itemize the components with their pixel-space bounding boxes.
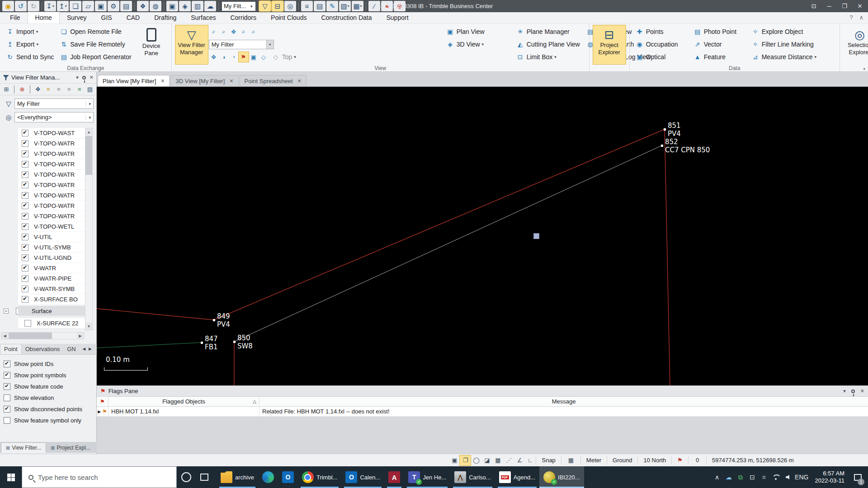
zoom-extents-icon[interactable]: ✥ — [229, 27, 239, 37]
flagged-objects-header[interactable]: Flagged Objects △ — [108, 397, 259, 406]
combo-dropdown-icon[interactable]: ▾ — [267, 40, 274, 49]
layer-row[interactable]: V-WATR-SYMB — [18, 284, 85, 294]
survey-point-852[interactable] — [661, 145, 663, 147]
ribbon-button[interactable]: ✧Filter Line Marking — [748, 38, 837, 51]
layer-checkbox[interactable] — [22, 254, 28, 261]
ribbon-button[interactable]: ↻Send to Sync — [3, 51, 57, 63]
export-icon[interactable]: ↥ — [57, 1, 69, 11]
document-tab[interactable]: Point Spreadsheet✕ — [240, 75, 307, 86]
filter-report-icon[interactable]: ▤ — [85, 84, 94, 94]
unit-indicator[interactable]: Meter — [580, 456, 607, 465]
panel-tab[interactable]: ⊞View Filter... — [1, 442, 46, 453]
close-icon[interactable]: ✕ — [854, 1, 866, 11]
option-checkbox[interactable] — [4, 394, 10, 401]
panel-close-icon[interactable]: ✕ — [90, 75, 94, 80]
cortana-button[interactable] — [177, 466, 196, 488]
ribbon-button[interactable]: ▤Photo Point — [690, 25, 748, 38]
import-icon[interactable]: ↧ — [44, 1, 56, 11]
project-explorer-button[interactable]: ⊟ Project Explorer — [593, 25, 626, 64]
layer-row[interactable]: V-WATR-PIPE — [18, 273, 85, 284]
print-icon[interactable]: ▦ — [352, 1, 363, 11]
filter-select[interactable]: My Filter — [14, 99, 94, 109]
chrome-trimble[interactable]: Trimbl... — [298, 466, 341, 488]
layer-row[interactable]: V-UTIL-UGND — [18, 253, 85, 263]
layer-checkbox[interactable] — [22, 234, 28, 240]
onedrive-icon[interactable]: ☁ — [723, 466, 734, 488]
polygon-snap-icon[interactable]: ◯ — [471, 455, 481, 465]
collapse-ribbon-icon[interactable]: ∧ — [859, 14, 863, 486]
grid-icon[interactable]: ▦ — [561, 456, 580, 465]
layers-all-icon[interactable]: ≡ — [44, 84, 53, 94]
option-checkbox[interactable] — [4, 372, 10, 379]
report-icon[interactable]: ▤ — [314, 1, 326, 11]
zoom-out-icon[interactable]: ⌕ — [219, 27, 229, 37]
menu-tab[interactable]: GIS — [94, 12, 119, 23]
flagged-object-cell[interactable]: HBH MOT 1.14.fxl — [108, 407, 259, 416]
option-checkbox[interactable] — [4, 383, 10, 390]
message-cell[interactable]: Related File: HBH MOT 1.14.fxl -- does n… — [259, 407, 868, 416]
ribbon-button[interactable]: ⇗Vector — [690, 38, 748, 51]
scope-select[interactable]: <Everything> — [14, 112, 94, 122]
ribbon-button[interactable]: ↥Export — [3, 38, 57, 51]
menu-tab[interactable]: Survey — [60, 12, 94, 23]
flags-dropdown-icon[interactable]: ▾ — [843, 388, 846, 394]
point-option-row[interactable]: Show feature code — [3, 381, 93, 392]
ribbon-button[interactable]: ▣Plan View — [443, 25, 513, 38]
ribbon-button[interactable]: ✧Explore Object — [748, 25, 837, 38]
task-view-button[interactable] — [196, 466, 213, 488]
maximize-icon[interactable]: ❐ — [838, 1, 851, 11]
menu-tab[interactable]: Drafting — [147, 12, 184, 23]
menu-tab[interactable]: Home — [28, 12, 60, 23]
survey-point-849[interactable] — [213, 319, 215, 321]
new-project-icon[interactable]: ❏ — [70, 1, 81, 11]
surface-item-checkbox[interactable] — [24, 320, 31, 327]
view-filter-combo[interactable]: My Filter — [209, 40, 267, 49]
survey-point-847[interactable] — [201, 342, 203, 344]
screen-cast-icon[interactable]: ⧉ — [735, 466, 746, 488]
scroll-left-icon[interactable]: ◀ — [1, 333, 8, 339]
layer-row[interactable]: V-TOPO-WATR — [18, 149, 85, 159]
layer-checkbox[interactable] — [22, 286, 28, 292]
ribbon-button[interactable]: ▣Optical — [632, 51, 690, 63]
zone-indicator[interactable]: 10 North — [637, 456, 671, 465]
zoom-in-icon[interactable]: ⌕ — [209, 27, 219, 37]
layer-checkbox[interactable] — [22, 213, 28, 220]
scroll-thumb[interactable] — [9, 333, 52, 339]
survey-point-850[interactable] — [233, 341, 236, 343]
coordinate-system-indicator[interactable]: Ground — [607, 456, 637, 465]
redo-icon[interactable]: ↻ — [28, 1, 39, 11]
layer-checkbox[interactable] — [22, 244, 28, 251]
point-cloud-icon[interactable]: ☁ — [204, 1, 216, 11]
layer-row[interactable]: V-TOPO-WATR — [18, 190, 85, 201]
ribbon-button[interactable]: ▲Feature — [690, 51, 748, 63]
outlook-calendar[interactable]: Calen... — [341, 466, 384, 488]
measure-icon[interactable]: ∕ — [368, 1, 380, 11]
zoom-filter-icon[interactable]: ✥ — [33, 84, 42, 94]
selection-grip-square[interactable] — [533, 233, 539, 239]
panel-dropdown-icon[interactable]: ▾ — [76, 75, 79, 80]
explorer-archive[interactable]: archive — [217, 466, 258, 488]
trimble-logo-icon[interactable]: ◉ — [2, 1, 14, 11]
survey-point-851[interactable] — [664, 128, 666, 131]
device-pane-button[interactable]: Device Pane — [135, 25, 168, 64]
zoom-window-icon[interactable]: ⌕ — [239, 27, 249, 37]
ribbon-button[interactable]: ◈3D View — [443, 38, 513, 51]
delete-filter-icon[interactable]: ⊗ — [18, 84, 27, 94]
layer-row[interactable]: V-UTIL-SYMB — [18, 242, 85, 253]
selection-explorer-icon[interactable]: ◎ — [284, 1, 296, 11]
minimize-icon[interactable]: ─ — [823, 1, 835, 11]
ribbon-button[interactable]: ⊿Measure Distance — [748, 51, 837, 63]
project-settings-icon[interactable]: ▤ — [120, 1, 132, 11]
isometric-icon[interactable]: ◇ — [259, 52, 269, 62]
taskbar-search-input[interactable]: Type here to search — [22, 466, 177, 488]
wifi-icon[interactable] — [770, 466, 781, 488]
adobe-pdf[interactable]: Agend... — [495, 466, 539, 488]
layer-row[interactable]: V-TOPO-WETL — [18, 221, 85, 232]
slope-icon[interactable]: ⋰ — [503, 455, 514, 465]
document-tab[interactable]: Plan View [My Filter]✕ — [98, 75, 170, 86]
settings-icon[interactable]: ⚙ — [108, 1, 119, 11]
import-points-icon[interactable]: ❖ — [137, 1, 149, 11]
outlook-small[interactable] — [278, 466, 298, 488]
tablet-icon[interactable]: ⊡ — [747, 466, 758, 488]
close-tab-icon[interactable]: ✕ — [160, 78, 165, 84]
